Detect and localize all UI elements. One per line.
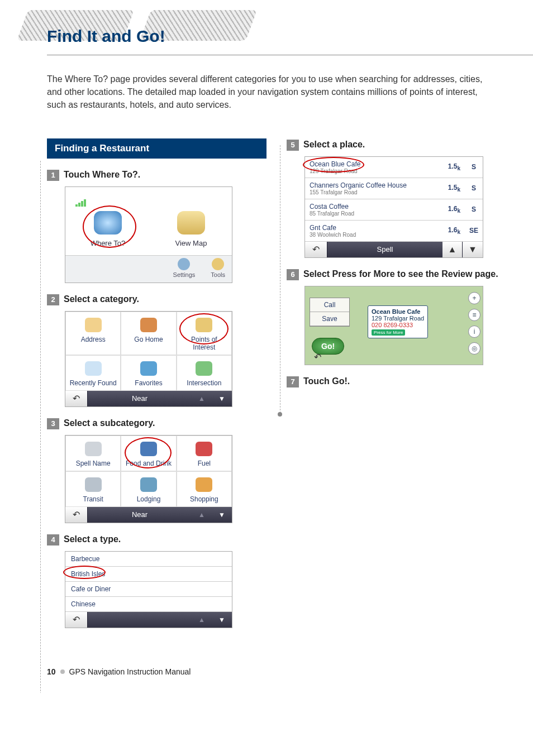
house-icon <box>140 318 157 332</box>
locate-icon[interactable]: ◎ <box>468 342 480 355</box>
info-icon[interactable]: i <box>468 326 480 338</box>
step-number: 7 <box>287 376 299 387</box>
step: 2 Select a category. <box>47 293 266 305</box>
step-text: Touch Where To?. <box>64 169 140 181</box>
device-screenshot: Barbecue British Isles Cafe or Diner Chi… <box>65 551 232 628</box>
where-to-button[interactable]: Where To? <box>91 211 126 247</box>
back-button[interactable]: ↶ <box>314 352 321 362</box>
result-row[interactable]: Ocean Blue Cafe129 Trafalgar Road 1.5k S <box>305 157 483 178</box>
up-button[interactable]: ▲ <box>192 511 212 519</box>
bed-icon <box>140 477 157 492</box>
step-text: Select a category. <box>64 293 139 305</box>
back-button[interactable]: ↶ <box>65 391 88 406</box>
step-text: Select a subcategory. <box>64 417 155 429</box>
type-row[interactable]: British Isles <box>65 567 232 582</box>
down-button[interactable]: ▼ <box>463 242 483 257</box>
category-address[interactable]: Address <box>65 312 121 355</box>
category-recent[interactable]: Recently Found <box>65 355 121 391</box>
back-button[interactable]: ↶ <box>65 507 88 523</box>
type-row[interactable]: Cafe or Diner <box>65 582 232 597</box>
step: 4 Select a type. <box>47 533 266 546</box>
magnifier-icon <box>94 211 122 235</box>
step-number: 4 <box>47 534 59 546</box>
dot-icon <box>60 669 65 674</box>
down-button[interactable]: ▼ <box>212 616 232 624</box>
result-row[interactable]: Gnt Cafe38 Woolwich Road 1.6k SE <box>305 220 483 241</box>
step: 3 Select a subcategory. <box>47 417 266 429</box>
result-row[interactable]: Channers Organic Coffee House155 Trafalg… <box>305 178 483 199</box>
back-button[interactable]: ↶ <box>305 242 327 257</box>
subcat-transit[interactable]: Transit <box>65 471 121 507</box>
category-poi[interactable]: Points of Interest <box>177 312 232 355</box>
manual-page: Find It and Go! The Where To? page provi… <box>0 0 533 693</box>
doc-title: GPS Navigation Instruction Manual <box>69 667 191 676</box>
press-for-more[interactable]: Press for More <box>372 329 405 336</box>
back-button[interactable]: ↶ <box>65 612 88 628</box>
view-map-button[interactable]: View Map <box>175 211 207 247</box>
subcat-shopping[interactable]: Shopping <box>177 471 232 507</box>
page-number: 10 <box>47 667 56 676</box>
plane-icon <box>85 477 102 492</box>
step-text: Select a type. <box>64 533 121 546</box>
timeline-line <box>280 145 280 413</box>
step-text: Touch Go!. <box>303 375 350 387</box>
tools-button[interactable]: Tools <box>211 258 225 278</box>
result-row[interactable]: Costa Coffee85 Trafalgar Road 1.6k S <box>305 199 483 220</box>
down-button[interactable]: ▼ <box>212 395 232 403</box>
fork-icon <box>140 442 157 456</box>
step: 7 Touch Go!. <box>287 375 506 387</box>
device-screenshot: Ocean Blue Cafe129 Trafalgar Road 1.5k S… <box>304 156 483 258</box>
save-button[interactable]: Save <box>310 312 349 326</box>
type-row[interactable]: Barbecue <box>65 552 232 567</box>
device-screenshot: Address Go Home Points of Interest Recen… <box>65 311 232 407</box>
step-text: Select a place. <box>303 138 365 151</box>
near-button[interactable]: Near <box>88 394 192 403</box>
settings-button[interactable]: Settings <box>173 258 196 278</box>
place-callout[interactable]: Ocean Blue Cafe 129 Trafalgar Road 020 8… <box>368 305 428 338</box>
divider <box>47 55 533 55</box>
label: View Map <box>175 239 207 247</box>
subcat-fuel[interactable]: Fuel <box>177 436 232 471</box>
step: 5 Select a place. <box>287 138 506 151</box>
signal-icon <box>75 199 86 207</box>
right-column: 5 Select a place. Ocean Blue Cafe129 Tra… <box>287 138 506 392</box>
map-icon <box>177 211 205 235</box>
map-view[interactable]: Call Save Go! ↶ Ocean Blue Cafe 129 Traf… <box>305 286 483 365</box>
step-number: 3 <box>47 418 59 429</box>
category-intersection[interactable]: Intersection <box>177 355 232 391</box>
keyboard-icon <box>85 442 102 456</box>
type-row[interactable]: Chinese <box>65 597 232 612</box>
spell-button[interactable]: Spell <box>327 245 442 253</box>
up-button[interactable]: ▲ <box>192 395 212 403</box>
subcat-spell[interactable]: Spell Name <box>65 436 121 471</box>
bag-icon <box>196 477 212 492</box>
up-button[interactable]: ▲ <box>442 242 463 257</box>
map-controls: + ≡ i ◎ <box>468 292 480 355</box>
step-number: 5 <box>287 140 299 151</box>
layers-icon[interactable]: ≡ <box>468 309 480 321</box>
toolbox-icon <box>212 258 224 270</box>
device-screenshot: Spell Name Food and Drink Fuel Transit L… <box>65 435 232 523</box>
near-button[interactable]: Near <box>88 510 192 519</box>
page-title: Find It and Go! <box>47 27 165 46</box>
down-button[interactable]: ▼ <box>212 511 232 519</box>
flag-icon <box>196 318 212 332</box>
step-text: Select Press for More to see the Review … <box>303 268 498 280</box>
call-button[interactable]: Call <box>310 298 349 312</box>
subcat-lodging[interactable]: Lodging <box>121 471 176 507</box>
category-favorites[interactable]: Favorites <box>121 355 176 391</box>
step-number: 2 <box>47 294 59 305</box>
step-number: 1 <box>47 170 59 181</box>
pump-icon <box>196 442 212 456</box>
device-screenshot: Where To? View Map Settings Tools <box>65 186 232 283</box>
label: Where To? <box>91 239 126 247</box>
zoom-in-icon[interactable]: + <box>468 292 480 304</box>
timeline-line <box>40 161 41 693</box>
page-footer: 10 GPS Navigation Instruction Manual <box>47 667 506 676</box>
subcat-food[interactable]: Food and Drink <box>121 436 176 471</box>
cross-icon <box>196 361 212 376</box>
star-icon <box>140 361 157 376</box>
address-icon <box>85 318 102 332</box>
up-button[interactable]: ▲ <box>192 616 212 624</box>
category-go-home[interactable]: Go Home <box>121 312 176 355</box>
